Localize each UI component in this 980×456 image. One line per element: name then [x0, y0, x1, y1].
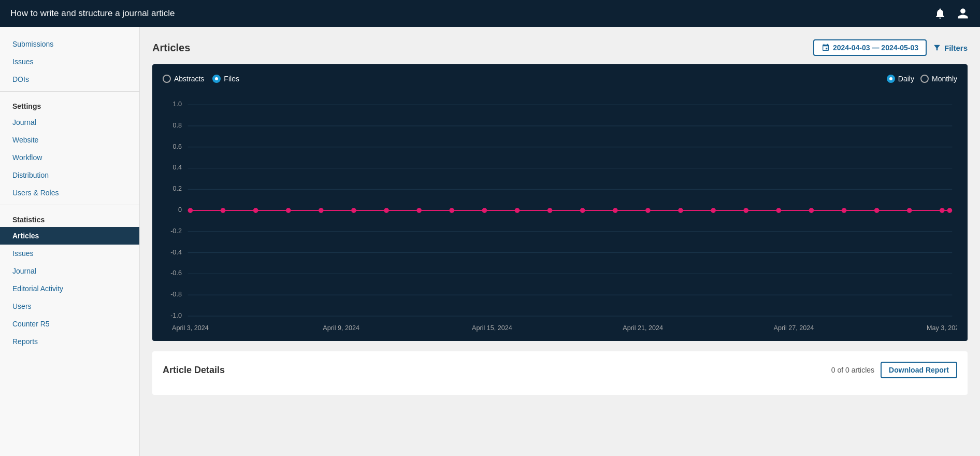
svg-text:-1.0: -1.0 — [170, 312, 182, 319]
details-meta: 0 of 0 articles Download Report — [831, 362, 957, 378]
sidebar-item-stats-counter-r5[interactable]: Counter R5 — [0, 315, 139, 333]
settings-section-title: Settings — [0, 95, 139, 113]
frequency-group: Daily Monthly — [887, 75, 957, 83]
sidebar-item-settings-distribution[interactable]: Distribution — [0, 166, 139, 184]
files-option[interactable]: Files — [212, 75, 239, 83]
top-header: How to write and structure a journal art… — [0, 0, 980, 27]
date-range-text: 2024-04-03 — 2024-05-03 — [833, 44, 918, 52]
sidebar-item-stats-journal[interactable]: Journal — [0, 262, 139, 280]
filter-icon — [933, 44, 941, 52]
sidebar-item-settings-journal[interactable]: Journal — [0, 113, 139, 131]
svg-point-26 — [286, 208, 291, 213]
svg-point-47 — [947, 208, 953, 213]
articles-title: Articles — [152, 42, 190, 54]
svg-point-28 — [351, 208, 356, 213]
content-area: Articles 2024-04-03 — 2024-05-03 Filters — [140, 27, 980, 456]
sidebar: Submissions Issues DOIs Settings Journal… — [0, 27, 140, 456]
view-type-group: Abstracts Files — [163, 75, 239, 83]
filters-button[interactable]: Filters — [933, 44, 968, 52]
user-icon[interactable] — [956, 7, 970, 20]
svg-text:0: 0 — [178, 206, 182, 213]
article-count: 0 of 0 articles — [831, 366, 874, 374]
svg-point-32 — [482, 208, 487, 213]
filters-label: Filters — [944, 44, 968, 52]
daily-radio[interactable] — [887, 75, 895, 83]
svg-point-24 — [221, 208, 226, 213]
svg-text:May 3, 2024: May 3, 2024 — [927, 324, 957, 332]
sidebar-item-dois[interactable]: DOIs — [0, 70, 139, 88]
svg-point-45 — [907, 208, 912, 213]
monthly-radio[interactable] — [920, 75, 929, 83]
details-header: Article Details 0 of 0 articles Download… — [163, 362, 957, 378]
svg-point-25 — [253, 208, 258, 213]
svg-point-29 — [384, 208, 389, 213]
svg-point-42 — [809, 208, 814, 213]
calendar-icon — [822, 44, 830, 52]
files-label: Files — [224, 75, 239, 83]
svg-point-30 — [416, 208, 422, 213]
main-layout: Submissions Issues DOIs Settings Journal… — [0, 27, 980, 456]
svg-point-35 — [580, 208, 585, 213]
svg-point-38 — [678, 208, 683, 213]
svg-point-34 — [547, 208, 553, 213]
svg-text:April 15, 2024: April 15, 2024 — [472, 324, 512, 332]
svg-text:-0.4: -0.4 — [170, 249, 182, 256]
svg-text:-0.6: -0.6 — [170, 269, 182, 277]
svg-point-40 — [743, 208, 748, 213]
svg-point-39 — [711, 208, 716, 213]
sidebar-item-stats-reports[interactable]: Reports — [0, 333, 139, 350]
svg-text:April 3, 2024: April 3, 2024 — [172, 324, 209, 332]
chart-svg-wrapper: 1.0 0.8 0.6 0.4 0.2 0 -0.2 -0.4 -0.6 -0.… — [163, 91, 957, 333]
svg-point-36 — [613, 208, 618, 213]
svg-point-23 — [188, 208, 193, 213]
chart-controls: Abstracts Files Daily Monthly — [163, 75, 957, 83]
monthly-option[interactable]: Monthly — [920, 75, 957, 83]
download-report-button[interactable]: Download Report — [881, 362, 957, 378]
monthly-label: Monthly — [932, 75, 957, 83]
sidebar-item-submissions[interactable]: Submissions — [0, 35, 139, 53]
svg-point-43 — [842, 208, 847, 213]
svg-point-37 — [645, 208, 651, 213]
articles-chart: 1.0 0.8 0.6 0.4 0.2 0 -0.2 -0.4 -0.6 -0.… — [163, 91, 957, 333]
svg-text:0.2: 0.2 — [172, 185, 182, 192]
header-controls: 2024-04-03 — 2024-05-03 Filters — [813, 39, 968, 56]
daily-label: Daily — [898, 75, 914, 83]
details-title: Article Details — [163, 365, 225, 376]
abstracts-radio[interactable] — [163, 75, 171, 83]
svg-text:April 21, 2024: April 21, 2024 — [623, 324, 663, 332]
svg-text:0.8: 0.8 — [172, 122, 182, 129]
section-header: Articles 2024-04-03 — 2024-05-03 Filters — [152, 39, 968, 56]
svg-text:0.6: 0.6 — [172, 143, 182, 150]
abstracts-option[interactable]: Abstracts — [163, 75, 204, 83]
notifications-icon[interactable] — [933, 7, 947, 20]
svg-text:-0.8: -0.8 — [170, 291, 182, 298]
svg-text:1.0: 1.0 — [172, 101, 182, 108]
header-icons — [933, 7, 970, 20]
svg-point-33 — [515, 208, 520, 213]
files-radio[interactable] — [212, 75, 221, 83]
svg-point-46 — [940, 208, 945, 213]
svg-text:-0.2: -0.2 — [170, 227, 182, 235]
sidebar-item-stats-articles[interactable]: Articles — [0, 227, 139, 245]
chart-container: Abstracts Files Daily Monthly — [152, 64, 968, 341]
abstracts-label: Abstracts — [174, 75, 204, 83]
page-title: How to write and structure a journal art… — [10, 8, 175, 19]
sidebar-item-issues[interactable]: Issues — [0, 53, 139, 70]
svg-text:0.4: 0.4 — [172, 164, 182, 171]
svg-point-44 — [874, 208, 880, 213]
sidebar-item-stats-users[interactable]: Users — [0, 297, 139, 315]
sidebar-item-stats-issues[interactable]: Issues — [0, 245, 139, 262]
svg-text:April 27, 2024: April 27, 2024 — [774, 324, 814, 332]
svg-point-31 — [449, 208, 454, 213]
sidebar-item-settings-website[interactable]: Website — [0, 131, 139, 149]
svg-point-27 — [319, 208, 324, 213]
statistics-section-title: Statistics — [0, 208, 139, 227]
date-range-button[interactable]: 2024-04-03 — 2024-05-03 — [813, 39, 927, 56]
sidebar-item-settings-workflow[interactable]: Workflow — [0, 149, 139, 166]
svg-text:April 9, 2024: April 9, 2024 — [323, 324, 359, 332]
sidebar-item-settings-users-roles[interactable]: Users & Roles — [0, 184, 139, 202]
svg-point-41 — [776, 208, 781, 213]
article-details-section: Article Details 0 of 0 articles Download… — [152, 351, 968, 395]
daily-option[interactable]: Daily — [887, 75, 914, 83]
sidebar-item-stats-editorial-activity[interactable]: Editorial Activity — [0, 280, 139, 297]
